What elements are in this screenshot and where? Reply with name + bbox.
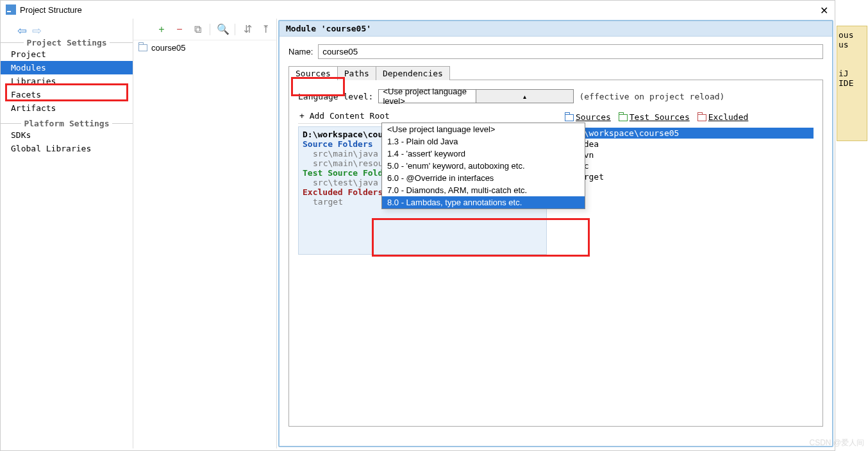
name-field[interactable] — [318, 44, 823, 59]
add-content-root[interactable]: + Add Content Root — [298, 110, 547, 124]
section-platform-settings: Platform Settings — [21, 119, 112, 128]
background-text: iJ IDE — [839, 69, 865, 88]
tab-sources[interactable]: Sources — [288, 66, 338, 80]
module-folder-icon — [138, 44, 147, 51]
back-icon[interactable]: ⇦ — [17, 24, 27, 38]
window-title: Project Structure — [20, 5, 82, 15]
sidebar-item-sdks[interactable]: SDKs — [1, 128, 133, 142]
tab-dependencies[interactable]: Dependencies — [376, 66, 450, 80]
sidebar-item-libraries[interactable]: Libraries — [1, 74, 133, 88]
tab-paths[interactable]: Paths — [337, 66, 376, 80]
tree-root[interactable]: ⊟D:\workspace\course05 — [553, 128, 814, 139]
module-item[interactable]: course05 — [133, 40, 276, 55]
tree-item[interactable]: ⊞target — [553, 171, 814, 182]
section-project-settings: Project Settings — [24, 38, 109, 47]
forward-icon[interactable]: ⇨ — [32, 24, 42, 38]
dropdown-option[interactable]: <Use project language level> — [382, 123, 585, 135]
svg-rect-1 — [7, 11, 11, 12]
remove-icon[interactable]: − — [174, 24, 185, 35]
sidebar-item-project[interactable]: Project — [1, 47, 133, 61]
add-icon[interactable]: + — [156, 24, 167, 35]
tree-item[interactable]: ⊞src — [553, 160, 814, 171]
divider — [210, 24, 210, 35]
chevron-up-icon[interactable]: ▴ — [476, 90, 573, 103]
copy-icon[interactable]: ⧉ — [192, 24, 203, 35]
dropdown-option[interactable]: 8.0 - Lambdas, type annotations etc. — [382, 196, 585, 208]
watermark: CSDN @爱人间 — [809, 438, 864, 448]
sidebar-item-facets[interactable]: Facets — [1, 88, 133, 101]
tree-item[interactable]: ⊞.mvn — [553, 149, 814, 160]
module-name: course05 — [151, 43, 185, 53]
close-icon[interactable]: ✕ — [820, 4, 828, 17]
intellij-icon — [6, 4, 16, 15]
dropdown-option[interactable]: 1.4 - 'assert' keyword — [382, 148, 585, 160]
dropdown-option[interactable]: 5.0 - 'enum' keyword, autoboxing etc. — [382, 160, 585, 172]
search-icon[interactable]: 🔍 — [217, 23, 228, 35]
language-level-dropdown[interactable]: <Use project language level> 1.3 - Plain… — [381, 123, 585, 209]
sidebar-item-modules[interactable]: Modules — [1, 61, 133, 74]
dropdown-option[interactable]: 1.3 - Plain old Java — [382, 135, 585, 148]
combo-value: <Use project language level> — [379, 87, 476, 106]
svg-rect-0 — [6, 4, 16, 15]
language-hint: (effective on project reload) — [579, 92, 724, 101]
sidebar-item-global-libraries[interactable]: Global Libraries — [1, 142, 133, 155]
expand-all-icon[interactable]: ⇵ — [242, 23, 253, 35]
language-level-label: Language level: — [298, 92, 373, 101]
language-level-combo[interactable]: <Use project language level> ▴ — [378, 89, 574, 103]
name-label: Name: — [288, 47, 313, 56]
module-header: Module 'course05' — [280, 21, 832, 37]
divider — [235, 24, 235, 35]
dropdown-option[interactable]: 6.0 - @Override in interfaces — [382, 172, 585, 184]
sidebar-item-artifacts[interactable]: Artifacts — [1, 101, 133, 115]
background-text: ous us — [839, 30, 865, 49]
collapse-all-icon[interactable]: ⤒ — [260, 23, 271, 35]
tree-item[interactable]: ⊞.idea — [553, 139, 814, 149]
dropdown-option[interactable]: 7.0 - Diamonds, ARM, multi-catch etc. — [382, 184, 585, 196]
